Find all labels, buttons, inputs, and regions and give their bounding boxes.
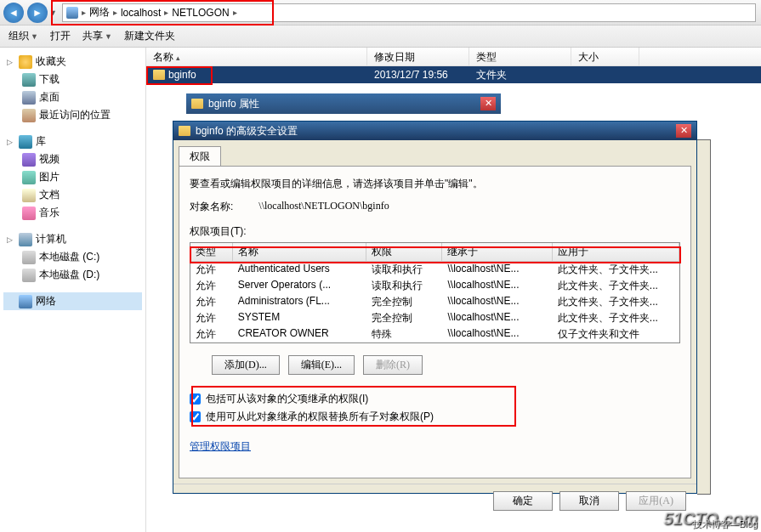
col-date[interactable]: 修改日期 xyxy=(367,48,469,65)
cancel-button[interactable]: 取消 xyxy=(559,491,619,511)
object-path: \\localhost\NETLOGON\bginfo xyxy=(258,200,389,214)
permission-cell: Server Operators (... xyxy=(233,278,366,294)
permission-cell: 允许 xyxy=(190,294,233,310)
nav-disk-d[interactable]: 本地磁盘 (D:) xyxy=(3,266,142,284)
nav-desktop[interactable]: 桌面 xyxy=(3,88,142,106)
ok-button[interactable]: 确定 xyxy=(493,491,553,511)
checkbox-replace[interactable] xyxy=(190,411,201,422)
col-permission[interactable]: 权限 xyxy=(366,243,443,261)
permission-cell: \\localhost\NE... xyxy=(442,294,552,310)
nav-computer[interactable]: ▷计算机 xyxy=(3,230,142,248)
permission-cell: \\localhost\NE... xyxy=(442,326,552,342)
file-row-selected[interactable]: bginfo 2013/12/7 19:56 文件夹 xyxy=(146,66,761,83)
permission-items-label: 权限项目(T): xyxy=(190,224,680,239)
permission-cell: \\localhost\NE... xyxy=(442,262,552,278)
permission-row[interactable]: 允许Server Operators (...读取和执行\\localhost\… xyxy=(190,278,679,294)
permission-row[interactable]: 允许Authenticated Users读取和执行\\localhost\NE… xyxy=(190,262,679,278)
nav-network[interactable]: 网络 xyxy=(3,292,142,310)
permission-cell: SYSTEM xyxy=(233,310,366,326)
network-icon xyxy=(66,7,78,19)
folder-icon xyxy=(153,70,165,80)
permission-cell: 完全控制 xyxy=(366,294,443,310)
close-button[interactable]: ✕ xyxy=(676,124,691,138)
tab-permissions[interactable]: 权限 xyxy=(179,146,221,167)
forward-button[interactable]: ► xyxy=(27,3,48,23)
share-menu[interactable]: 共享▼ xyxy=(82,29,112,43)
permission-cell: \\localhost\NE... xyxy=(442,310,552,326)
advanced-security-dialog: bginfo 的高级安全设置 ✕ 权限 要查看或编辑权限项目的详细信息，请选择该… xyxy=(173,121,697,494)
open-button[interactable]: 打开 xyxy=(50,29,71,43)
nav-recent[interactable]: 最近访问的位置 xyxy=(3,106,142,124)
history-dropdown-icon[interactable]: ▼ xyxy=(49,8,57,17)
permission-cell: 读取和执行 xyxy=(366,278,443,294)
permission-row[interactable]: 允许CREATOR OWNER特殊\\localhost\NE...仅子文件夹和… xyxy=(190,326,679,342)
breadcrumb-seg[interactable]: localhost xyxy=(121,7,161,19)
dialog-body: 要查看或编辑权限项目的详细信息，请选择该项目并单击"编辑"。 对象名称: \\l… xyxy=(179,166,691,478)
picture-icon xyxy=(22,171,36,184)
permission-cell: 特殊 xyxy=(366,326,443,342)
explorer-toolbar: 组织▼ 打开 共享▼ 新建文件夹 xyxy=(0,25,761,48)
edit-button[interactable]: 编辑(E)... xyxy=(288,355,355,375)
col-name[interactable]: 名称 xyxy=(233,243,366,261)
recent-icon xyxy=(22,109,36,122)
permission-cell: 允许 xyxy=(190,278,233,294)
document-icon xyxy=(22,189,36,202)
permission-cell: 允许 xyxy=(190,262,233,278)
add-button[interactable]: 添加(D)... xyxy=(212,355,280,375)
permission-row[interactable]: 允许SYSTEM完全控制\\localhost\NE...此文件夹、子文件夹..… xyxy=(190,310,679,326)
dialog-footer: 确定 取消 应用(A) xyxy=(173,484,696,518)
checkbox-inherit[interactable] xyxy=(190,393,201,405)
col-applies[interactable]: 应用于 xyxy=(553,243,679,261)
star-icon xyxy=(19,55,32,69)
titlebar[interactable]: bginfo 的高级安全设置 ✕ xyxy=(173,122,696,140)
nav-favorites[interactable]: ▷收藏夹 xyxy=(3,53,142,71)
download-icon xyxy=(22,73,36,87)
col-name[interactable]: 名称 ▴ xyxy=(146,48,367,65)
breadcrumb-sep-icon: ▸ xyxy=(233,8,237,17)
nav-music[interactable]: 音乐 xyxy=(3,204,142,222)
organize-menu[interactable]: 组织▼ xyxy=(9,29,38,43)
col-type[interactable]: 类型 xyxy=(469,48,571,65)
nav-libraries[interactable]: ▷库 xyxy=(3,133,142,150)
folder-icon xyxy=(179,126,190,136)
nav-disk-c[interactable]: 本地磁盘 (C:) xyxy=(3,248,142,266)
col-inherited[interactable]: 继承于 xyxy=(442,243,552,261)
properties-dialog: bginfo 属性 ✕ xyxy=(186,93,501,119)
permission-cell: \\localhost\NE... xyxy=(442,278,552,294)
permission-cell: Authenticated Users xyxy=(233,262,366,278)
replace-checkbox[interactable]: 使用可从此对象继承的权限替换所有子对象权限(P) xyxy=(190,410,680,424)
close-button[interactable]: ✕ xyxy=(480,97,496,110)
col-size[interactable]: 大小 xyxy=(571,48,639,65)
titlebar[interactable]: bginfo 属性 ✕ xyxy=(186,93,501,114)
breadcrumb-seg[interactable]: NETLOGON xyxy=(172,7,229,19)
permissions-table: 类型 名称 权限 继承于 应用于 允许Authenticated Users读取… xyxy=(190,242,680,343)
folder-icon xyxy=(191,99,203,109)
nav-downloads[interactable]: 下载 xyxy=(3,71,142,88)
nav-documents[interactable]: 文档 xyxy=(3,186,142,204)
nav-tree: ▷收藏夹 下载 桌面 最近访问的位置 ▷库 视频 图片 文档 音乐 ▷计算机 本… xyxy=(0,48,146,532)
breadcrumb-seg[interactable]: 网络 xyxy=(89,5,110,20)
desktop-icon xyxy=(22,91,36,105)
permission-cell: 此文件夹、子文件夹... xyxy=(553,310,679,326)
column-headers: 名称 ▴ 修改日期 类型 大小 xyxy=(146,48,761,66)
nav-pictures[interactable]: 图片 xyxy=(3,168,142,186)
network-icon xyxy=(19,295,32,308)
nav-videos[interactable]: 视频 xyxy=(3,150,142,168)
permission-cell: 此文件夹、子文件夹... xyxy=(553,278,679,294)
tab-strip: 权限 xyxy=(173,140,696,166)
delete-button[interactable]: 删除(R) xyxy=(363,355,423,375)
dialog-title: bginfo 属性 xyxy=(208,97,259,111)
permission-cell: 此文件夹、子文件夹... xyxy=(553,262,679,278)
apply-button[interactable]: 应用(A) xyxy=(626,491,686,511)
manage-permissions-link[interactable]: 管理权限项目 xyxy=(190,439,251,454)
breadcrumb-sep-icon: ▸ xyxy=(113,8,117,17)
permission-cell: 完全控制 xyxy=(366,310,443,326)
permission-row[interactable]: 允许Administrators (FL...完全控制\\localhost\N… xyxy=(190,294,679,310)
inherit-checkbox[interactable]: 包括可从该对象的父项继承的权限(I) xyxy=(190,392,680,406)
object-name-label: 对象名称: xyxy=(190,200,233,214)
new-folder-button[interactable]: 新建文件夹 xyxy=(124,29,175,43)
permission-cell: Administrators (FL... xyxy=(233,294,366,310)
back-button[interactable]: ◄ xyxy=(3,3,24,23)
col-type[interactable]: 类型 xyxy=(190,243,233,261)
address-bar[interactable]: ▸ 网络 ▸ localhost ▸ NETLOGON ▸ xyxy=(62,3,756,22)
